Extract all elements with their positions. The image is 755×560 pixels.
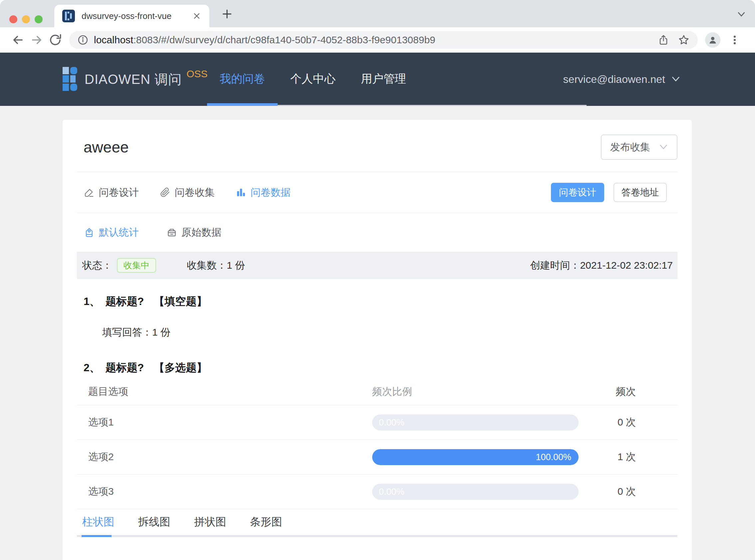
tab-title: dwsurvey-oss-front-vue xyxy=(82,11,192,21)
question-title: 题标题? xyxy=(105,361,144,375)
question-2-heading: 2、 题标题? 【多选题】 xyxy=(84,361,677,375)
question-number: 1、 xyxy=(84,294,100,309)
tab-close-icon[interactable] xyxy=(192,11,201,21)
share-icon[interactable] xyxy=(658,34,669,46)
chart-tab-column[interactable]: 柱状图 xyxy=(82,515,114,529)
url-text[interactable]: localhost:8083/#/dw/survey/d/chart/c98fa… xyxy=(94,34,649,46)
page-background: aweee 发布收集 xyxy=(0,106,755,560)
col-header-ratio: 频次比例 xyxy=(372,385,578,399)
table-row: 选项2 100.00% 1 次 xyxy=(77,440,677,475)
question-1-answer-link[interactable]: 填写回答：1 份 xyxy=(102,326,677,339)
brand[interactable]: DIAOWEN 调问 OSS xyxy=(63,53,208,106)
freq-count: 0 次 xyxy=(578,485,677,498)
pencil-icon xyxy=(84,187,94,197)
nav-item-profile[interactable]: 个人中心 xyxy=(278,53,348,105)
main-nav: 我的问卷 个人中心 用户管理 xyxy=(207,53,587,106)
favicon-icon xyxy=(62,9,75,22)
ratio-bar: 100.00% xyxy=(372,449,578,465)
brand-name: DIAOWEN 调问 xyxy=(85,70,182,88)
tab-survey-data[interactable]: 问卷数据 xyxy=(236,186,291,199)
col-header-freq: 频次 xyxy=(578,385,677,399)
stats-subtabs-row: 默认统计 原始数据 xyxy=(77,213,677,252)
archive-box-icon xyxy=(167,227,177,237)
option-label: 选项1 xyxy=(77,416,372,429)
chart-type-tabs: 柱状图 拆线图 拼状图 条形图 xyxy=(77,509,677,535)
status-label: 状态： xyxy=(82,259,112,272)
window-minimize-button[interactable] xyxy=(22,15,30,23)
app-header: DIAOWEN 调问 OSS 我的问卷 个人中心 用户管理 service@di… xyxy=(0,53,755,106)
tab-actions: 问卷设计 答卷地址 xyxy=(551,183,667,202)
nav-item-my-surveys[interactable]: 我的问卷 xyxy=(207,53,278,105)
question-type: 【填空题】 xyxy=(154,294,207,309)
tab-survey-design[interactable]: 问卷设计 xyxy=(84,186,139,199)
chart-tab-line[interactable]: 拆线图 xyxy=(138,515,170,529)
chart-tabs-track xyxy=(77,535,677,537)
chart-tab-hbar[interactable]: 条形图 xyxy=(250,515,282,529)
subtab-default-stats[interactable]: 默认统计 xyxy=(84,226,139,239)
status-band: 状态： 收集中 收集数：1 份 创建时间：2021-12-02 23:02:17 xyxy=(77,252,677,279)
survey-card: aweee 发布收集 xyxy=(63,120,692,560)
survey-title: aweee xyxy=(84,138,129,156)
browser-tab-strip: dwsurvey-oss-front-vue xyxy=(0,0,755,27)
tag-icon xyxy=(84,227,94,237)
account-menu[interactable]: service@diaowen.net xyxy=(563,53,680,106)
account-email: service@diaowen.net xyxy=(563,73,665,85)
chevron-down-icon xyxy=(659,144,668,151)
new-tab-button[interactable] xyxy=(220,7,234,21)
ratio-percent: 0.00% xyxy=(379,415,405,431)
option-label: 选项3 xyxy=(77,485,372,498)
reload-button[interactable] xyxy=(46,31,65,49)
paperclip-icon xyxy=(160,187,170,197)
question-number: 2、 xyxy=(84,361,100,375)
publish-select-label: 发布收集 xyxy=(610,140,650,154)
survey-design-button[interactable]: 问卷设计 xyxy=(551,183,604,202)
survey-tabs-row: 问卷设计 问卷收集 xyxy=(77,172,677,213)
table-row: 选项3 0.00% 0 次 xyxy=(77,475,677,509)
back-button[interactable] xyxy=(9,31,27,49)
col-header-option: 题目选项 xyxy=(77,385,372,399)
table-row: 选项1 0.00% 0 次 xyxy=(77,405,677,440)
subtab-raw-data[interactable]: 原始数据 xyxy=(167,226,221,239)
chart-tabs-active-indicator xyxy=(82,535,111,537)
question-1-heading: 1、 题标题? 【填空题】 xyxy=(84,294,677,309)
bookmark-star-icon[interactable] xyxy=(678,34,690,46)
ratio-bar: 0.00% xyxy=(372,484,578,500)
browser-toolbar: localhost:8083/#/dw/survey/d/chart/c98fa… xyxy=(0,27,755,53)
status-badge: 收集中 xyxy=(117,258,156,273)
window-zoom-button[interactable] xyxy=(35,15,43,23)
browser-profile-avatar[interactable] xyxy=(705,32,720,47)
collect-count: 收集数：1 份 xyxy=(187,259,245,272)
title-row: aweee 发布收集 xyxy=(77,120,677,172)
chevron-down-icon xyxy=(671,76,680,83)
created-time: 创建时间：2021-12-02 23:02:17 xyxy=(530,259,673,272)
chart-tab-pie[interactable]: 拼状图 xyxy=(194,515,226,529)
freq-count: 0 次 xyxy=(578,416,677,429)
window-close-button[interactable] xyxy=(9,15,17,23)
browser-window: dwsurvey-oss-front-vue xyxy=(0,0,755,560)
site-info-icon[interactable] xyxy=(77,34,88,46)
ratio-bar-fill: 100.00% xyxy=(372,449,578,465)
url-bar[interactable]: localhost:8083/#/dw/survey/d/chart/c98fa… xyxy=(69,31,698,49)
table-header-row: 题目选项 频次比例 频次 xyxy=(77,379,677,405)
option-label: 选项2 xyxy=(77,450,372,464)
bar-chart-icon xyxy=(236,187,246,197)
options-table: 题目选项 频次比例 频次 选项1 0.00% 0 次 选项2 xyxy=(77,379,677,509)
tab-survey-collect[interactable]: 问卷收集 xyxy=(160,186,215,199)
nav-item-user-management[interactable]: 用户管理 xyxy=(348,53,419,105)
forward-button[interactable] xyxy=(27,31,46,49)
ratio-percent: 0.00% xyxy=(379,484,405,500)
question-title: 题标题? xyxy=(105,294,144,309)
diaowen-logo-icon xyxy=(63,67,77,92)
freq-count: 1 次 xyxy=(578,450,677,464)
browser-tab[interactable]: dwsurvey-oss-front-vue xyxy=(54,5,209,27)
brand-badge: OSS xyxy=(186,68,207,80)
ratio-percent: 100.00% xyxy=(536,449,571,465)
answer-url-button[interactable]: 答卷地址 xyxy=(613,183,667,202)
tab-search-chevron-icon[interactable] xyxy=(736,11,746,18)
browser-menu-dots-icon[interactable] xyxy=(729,34,740,46)
ratio-bar: 0.00% xyxy=(372,415,578,431)
traffic-lights xyxy=(9,15,43,23)
publish-select[interactable]: 发布收集 xyxy=(601,135,677,160)
question-type: 【多选题】 xyxy=(154,361,207,375)
